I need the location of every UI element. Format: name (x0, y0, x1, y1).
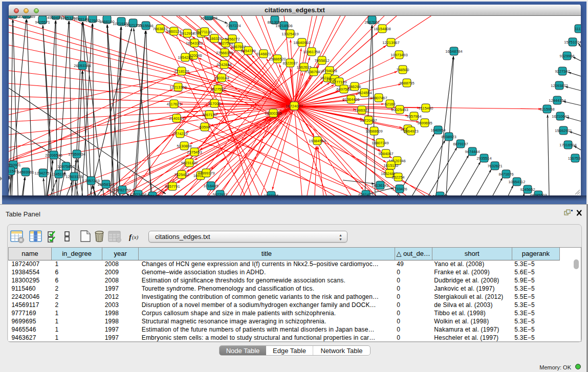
svg-text:98231132: 98231132 (181, 161, 198, 165)
svg-text:13325419: 13325419 (281, 32, 298, 36)
svg-text:746266: 746266 (348, 84, 361, 89)
svg-text:10973493: 10973493 (390, 53, 407, 57)
svg-text:1117: 1117 (575, 27, 581, 31)
svg-text:1362615: 1362615 (296, 65, 311, 70)
svg-text:10807467: 10807467 (370, 96, 387, 100)
svg-text:10688609: 10688609 (365, 129, 382, 134)
svg-text:12444154: 12444154 (549, 98, 565, 103)
svg-text:1733426: 1733426 (392, 187, 407, 191)
svg-text:18300295: 18300295 (265, 111, 281, 116)
svg-text:6261415: 6261415 (358, 192, 373, 196)
svg-text:18640910: 18640910 (293, 40, 310, 45)
svg-text:26053346: 26053346 (74, 63, 91, 68)
svg-text:44999379: 44999379 (198, 171, 214, 176)
svg-text:12213369: 12213369 (169, 85, 186, 90)
svg-text:8938923: 8938923 (441, 135, 456, 139)
svg-text:1615132: 1615132 (383, 163, 398, 168)
svg-text:19218506: 19218506 (275, 24, 292, 28)
svg-text:1167534: 1167534 (568, 156, 581, 161)
svg-text:62160: 62160 (385, 102, 396, 106)
svg-text:2140194: 2140194 (169, 116, 184, 121)
svg-text:5130808: 5130808 (177, 144, 191, 148)
svg-text:27566185: 27566185 (216, 51, 233, 55)
svg-text:4117625: 4117625 (167, 102, 182, 106)
svg-text:8454749: 8454749 (241, 49, 255, 53)
svg-text:48285503: 48285503 (530, 193, 547, 196)
svg-text:30776478: 30776478 (144, 194, 161, 196)
svg-text:2718126: 2718126 (174, 69, 189, 74)
svg-text:14136141: 14136141 (372, 183, 388, 188)
svg-text:1640954: 1640954 (430, 128, 445, 133)
svg-text:3716485: 3716485 (203, 184, 218, 188)
svg-text:8688755: 8688755 (399, 81, 414, 85)
svg-text:9464923: 9464923 (403, 129, 418, 134)
svg-text:16543362: 16543362 (186, 41, 203, 46)
svg-text:16782759: 16782759 (114, 188, 130, 192)
svg-text:1981186: 1981186 (264, 193, 279, 196)
svg-text:9860124: 9860124 (166, 29, 181, 34)
svg-text:10975867: 10975867 (57, 164, 74, 169)
svg-text:21364436: 21364436 (342, 97, 359, 102)
svg-text:12342757: 12342757 (34, 171, 51, 176)
svg-text:7663822: 7663822 (153, 27, 167, 31)
svg-text:7955812: 7955812 (314, 58, 329, 63)
svg-text:15751074: 15751074 (564, 40, 581, 45)
svg-text:8466160: 8466160 (99, 19, 114, 24)
svg-text:9699695: 9699695 (417, 121, 432, 125)
svg-text:9115460: 9115460 (419, 106, 433, 111)
svg-text:9146821: 9146821 (256, 52, 271, 56)
svg-text:2375453: 2375453 (187, 150, 202, 155)
svg-text:10958117: 10958117 (98, 182, 115, 187)
svg-text:7357224: 7357224 (226, 24, 241, 28)
svg-text:(x): (x) (132, 234, 139, 240)
svg-text:5350901: 5350901 (9, 163, 21, 167)
svg-text:8471676: 8471676 (498, 172, 513, 177)
svg-text:16210643: 16210643 (552, 114, 569, 119)
svg-text:6271130: 6271130 (198, 30, 212, 34)
svg-text:10025453: 10025453 (391, 107, 408, 112)
svg-text:1145193: 1145193 (52, 172, 67, 177)
svg-text:6879197: 6879197 (453, 142, 468, 146)
svg-text:8322037: 8322037 (282, 61, 297, 65)
svg-text:7625402: 7625402 (174, 172, 189, 177)
svg-text:19384554: 19384554 (309, 139, 325, 143)
svg-text:9357964: 9357964 (406, 114, 421, 119)
svg-text:9777169: 9777169 (332, 80, 346, 84)
svg-text:9405571: 9405571 (35, 20, 50, 25)
svg-text:16154808: 16154808 (374, 27, 390, 31)
svg-text:84593961: 84593961 (17, 170, 34, 174)
svg-text:3624554: 3624554 (357, 91, 372, 95)
svg-text:71367643: 71367643 (305, 70, 322, 74)
svg-text:9227342: 9227342 (555, 69, 570, 74)
svg-text:18807249: 18807249 (372, 141, 388, 145)
svg-text:9245652: 9245652 (520, 187, 535, 192)
svg-text:9242848: 9242848 (216, 62, 231, 67)
svg-text:252254: 252254 (391, 175, 404, 180)
svg-text:7632621: 7632621 (487, 164, 502, 168)
svg-text:12213967: 12213967 (382, 40, 399, 45)
svg-text:20206536: 20206536 (45, 153, 62, 158)
svg-text:2935514: 2935514 (476, 156, 491, 161)
svg-text:17359934: 17359934 (68, 152, 85, 157)
svg-text:15692971: 15692971 (555, 128, 572, 133)
svg-text:9084067: 9084067 (378, 151, 393, 156)
svg-text:748500: 748500 (396, 68, 409, 72)
svg-text:7986322: 7986322 (354, 108, 369, 113)
svg-text:7774229: 7774229 (172, 132, 187, 136)
svg-text:18724007: 18724007 (286, 104, 302, 108)
svg-text:7515546: 7515546 (138, 24, 153, 28)
svg-text:8427552: 8427552 (210, 87, 225, 92)
svg-text:10654112: 10654112 (509, 180, 526, 184)
svg-text:3267130: 3267130 (202, 113, 216, 117)
svg-text:417006: 417006 (208, 101, 221, 106)
svg-text:9329966: 9329966 (559, 54, 574, 58)
svg-text:1841248: 1841248 (432, 194, 447, 196)
svg-text:8186328: 8186328 (207, 36, 222, 41)
svg-text:10289289: 10289289 (18, 16, 35, 19)
svg-text:6794028: 6794028 (322, 69, 337, 73)
svg-text:16648784: 16648784 (445, 49, 462, 54)
svg-text:8215958: 8215958 (539, 107, 554, 112)
svg-text:2803144: 2803144 (214, 76, 229, 80)
svg-text:12503135: 12503135 (66, 174, 82, 179)
svg-text:12093872: 12093872 (551, 83, 568, 88)
